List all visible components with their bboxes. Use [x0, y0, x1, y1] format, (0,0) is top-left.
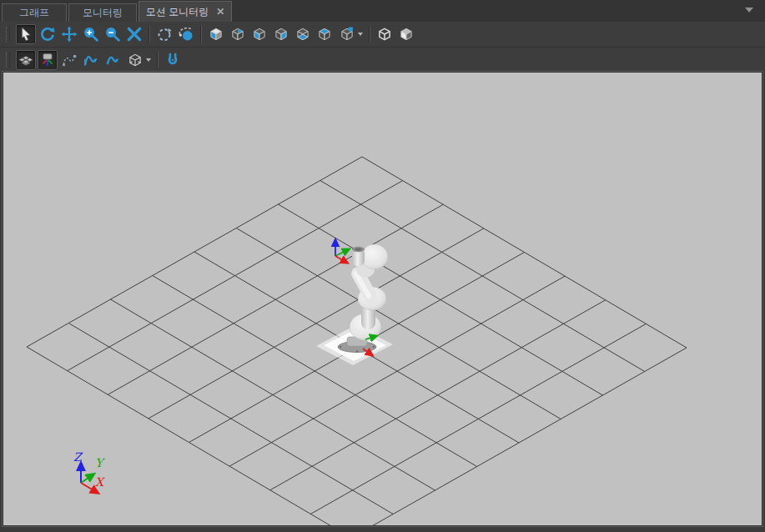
bounding-box-cube-icon	[127, 52, 143, 68]
wireframe-cube-icon	[376, 26, 393, 43]
floor-plane-icon	[18, 52, 34, 68]
view-isometric-cube-icon	[208, 26, 224, 43]
show-floor-button[interactable]	[16, 50, 36, 70]
pan-icon	[61, 26, 78, 43]
scene-canvas[interactable]: Z Y X	[3, 73, 762, 525]
toolbar-grip-handle[interactable]	[6, 27, 10, 42]
zoom-in-icon	[83, 26, 99, 43]
display-solid-button[interactable]	[396, 24, 416, 44]
motion-profile-button[interactable]	[81, 50, 101, 70]
motion-profile-icon	[83, 52, 99, 68]
rotate-icon	[39, 26, 56, 43]
free-rotate-button[interactable]	[154, 24, 174, 44]
view-bottom-cube-icon	[294, 26, 311, 43]
tab-graph[interactable]: 그래프	[2, 3, 67, 22]
tab-bar: 그래프 모니터링 모션 모니터링 ✕	[0, 0, 765, 22]
zoom-out-icon	[104, 26, 121, 43]
tool-gripper-icon	[164, 52, 181, 68]
world-x-label: X	[95, 475, 105, 489]
close-tab-icon[interactable]: ✕	[216, 7, 224, 17]
select-cursor-button[interactable]	[16, 24, 36, 44]
display-wireframe-button[interactable]	[375, 24, 395, 44]
tab-monitoring-label: 모니터링	[83, 6, 123, 20]
view-top-button[interactable]	[315, 24, 335, 44]
3d-viewport[interactable]: Z Y X	[3, 72, 762, 526]
chevron-down-icon	[358, 33, 363, 36]
motion-profile-alt-icon	[104, 52, 121, 68]
solid-cube-icon	[398, 26, 415, 43]
view-rear-top-button[interactable]	[228, 24, 248, 44]
view-bottom-button[interactable]	[293, 24, 313, 44]
frame-axes-icon	[39, 52, 56, 68]
rotate-view-button[interactable]	[38, 24, 58, 44]
free-rotate-icon	[156, 26, 173, 43]
path-points-icon	[61, 52, 78, 68]
pan-view-button[interactable]	[59, 24, 79, 44]
orbit-view-button[interactable]	[176, 24, 196, 44]
view-rear-top-cube-icon	[229, 26, 246, 43]
motion-profile-alt-button[interactable]	[103, 50, 123, 70]
tab-graph-label: 그래프	[19, 6, 49, 20]
toolbar-separator	[148, 26, 150, 43]
view-left-cube-icon	[251, 26, 268, 43]
tab-monitoring[interactable]: 모니터링	[68, 3, 137, 22]
view-custom-cube-icon	[339, 26, 355, 43]
view-right-button[interactable]	[271, 24, 291, 44]
world-y-axis	[81, 474, 93, 483]
zoom-extents-icon	[126, 26, 143, 43]
motion-toolbar	[0, 47, 765, 72]
orbit-icon	[178, 26, 194, 43]
view-left-button[interactable]	[249, 24, 269, 44]
toolbar-separator	[157, 52, 159, 68]
view-right-cube-icon	[273, 26, 289, 43]
chevron-down-icon	[146, 58, 151, 62]
motion-monitoring-window: { "tabs": [ {"label": "그래프"}, {"label": …	[0, 0, 765, 532]
toolbar-grip-handle[interactable]	[6, 53, 10, 68]
robot-wrist-joint	[361, 244, 388, 269]
view-isometric-button[interactable]	[206, 24, 226, 44]
tab-motion-monitoring[interactable]: 모션 모니터링 ✕	[138, 1, 232, 22]
zoom-out-button[interactable]	[103, 24, 123, 44]
show-world-frame-button[interactable]	[38, 50, 58, 70]
show-tool-frame-button[interactable]	[163, 50, 183, 70]
tab-motion-monitoring-label: 모션 모니터링	[146, 5, 209, 19]
view-toolbar	[0, 22, 765, 47]
world-y-label: Y	[95, 456, 105, 469]
zoom-extents-button[interactable]	[124, 24, 144, 44]
show-bounding-box-button[interactable]	[124, 50, 153, 70]
view-custom-dropdown-button[interactable]	[336, 24, 365, 44]
toolbar-separator	[369, 26, 370, 43]
cursor-icon	[18, 26, 34, 43]
tab-overflow-chevron-down-icon[interactable]	[745, 8, 753, 13]
view-top-cube-icon	[316, 26, 333, 43]
zoom-in-button[interactable]	[81, 24, 101, 44]
toolbar-separator	[200, 26, 202, 43]
show-path-points-button[interactable]	[59, 50, 79, 70]
world-z-label: Z	[73, 450, 83, 464]
